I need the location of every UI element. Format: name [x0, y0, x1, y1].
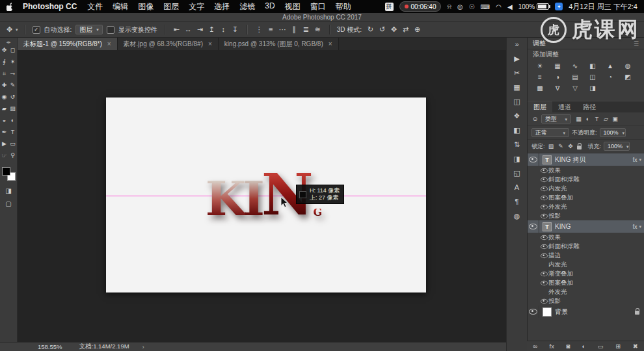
3d-drag-icon[interactable]: ✥ [389, 25, 399, 34]
layer-row[interactable]: 投影 ▾ [528, 296, 644, 306]
libraries-panel-icon[interactable]: ▶ [510, 55, 524, 63]
bell-icon[interactable]: ⍾ [447, 3, 451, 10]
visibility-toggle[interactable] [539, 287, 548, 296]
grid-panel-icon[interactable]: ▦ [510, 83, 524, 92]
visibility-toggle[interactable] [539, 251, 548, 260]
layer-row[interactable]: T KING 拷贝 fx ▾ [528, 153, 644, 166]
3d-roll-icon[interactable]: ↺ [377, 25, 387, 34]
clone-source-panel-icon[interactable]: ◍ [510, 212, 524, 220]
paragraph-panel-icon[interactable]: ¶ [510, 198, 524, 206]
color-balance-icon[interactable]: ≡ [532, 72, 548, 82]
threshold-icon[interactable]: ∇ [550, 83, 565, 93]
blend-mode-dropdown[interactable]: 正常 ▾ [531, 128, 569, 137]
visibility-toggle[interactable] [539, 242, 548, 251]
3d-scale-icon[interactable]: ⊕ [412, 25, 422, 34]
clone-stamp-tool[interactable]: ◉ [0, 93, 8, 101]
adjustments-panel-icon[interactable]: ◧ [510, 126, 524, 135]
display-icon[interactable]: ☉ [469, 3, 475, 10]
move-tool[interactable]: ✥ [0, 46, 8, 54]
swatches-panel-icon[interactable]: ◫ [510, 98, 524, 106]
gradient-tool[interactable]: ▨ [8, 105, 17, 112]
menu-item[interactable]: 图像 [138, 1, 154, 12]
input-method-icon[interactable]: 拼 [385, 3, 394, 11]
wifi-icon[interactable]: ◠ [496, 3, 502, 10]
menu-item[interactable]: 滤镜 [239, 1, 255, 12]
layer-thumbnail[interactable]: T [543, 155, 552, 164]
layer-row[interactable]: 背景 ▾ [528, 306, 644, 318]
align-vertical-centers-icon[interactable]: ↕ [219, 25, 228, 34]
gradient-map-icon[interactable]: ▽ [567, 83, 583, 93]
healing-brush-tool[interactable]: ✚ [0, 81, 8, 89]
eraser-tool[interactable]: ▰ [0, 105, 8, 112]
status-chevron-icon[interactable]: › [142, 343, 144, 350]
align-left-edges-icon[interactable]: ⇤ [172, 25, 181, 34]
layer-row[interactable]: 斜面和浮雕 ▾ [528, 175, 644, 184]
visibility-toggle[interactable] [539, 175, 548, 184]
visibility-toggle[interactable] [539, 202, 548, 211]
filter-shape-icon[interactable]: ▱ [602, 116, 610, 122]
crop-tool[interactable]: ⌗ [0, 70, 8, 77]
selective-color-icon[interactable]: ◨ [585, 83, 600, 93]
document-canvas[interactable]: KING H: 114 像素 上: 27 像素 [106, 98, 426, 292]
adjustment-layer-icon[interactable]: ◐ [582, 343, 586, 350]
visibility-toggle[interactable] [539, 296, 548, 306]
distribute-right-icon[interactable]: ≋ [313, 25, 323, 34]
toolbar-collapse-icon[interactable]: ◂▸ [6, 38, 10, 46]
marquee-tool[interactable]: ◻ [8, 46, 17, 54]
document-tab[interactable]: 未标题-1 @ 159%(RGB/8*) × [18, 38, 118, 50]
volume-icon[interactable]: ◀ [507, 3, 513, 10]
pen-tool[interactable]: ✒ [0, 128, 8, 136]
layer-filter-dropdown[interactable]: 类型 ▾ [541, 114, 571, 124]
fx-badge[interactable]: fx [632, 224, 637, 230]
distribute-vertical-icon[interactable]: ≡ [266, 25, 276, 34]
layer-row[interactable]: 效果 ▾ [528, 166, 644, 175]
siri-icon[interactable]: ◎ [457, 3, 463, 10]
close-icon[interactable]: × [329, 40, 332, 47]
filter-pixel-icon[interactable]: ▦ [575, 116, 582, 122]
apple-logo-icon[interactable] [7, 3, 14, 11]
filter-type-icon[interactable]: T [593, 116, 600, 122]
menu-item[interactable]: 文件 [87, 1, 103, 12]
layer-row[interactable]: 内发光 ▾ [528, 184, 644, 193]
current-tool-button[interactable]: ✥ ▾ [5, 25, 18, 34]
fill-field[interactable]: 100% ▾ [604, 142, 630, 151]
curves-icon[interactable]: ∿ [567, 61, 583, 71]
lasso-tool[interactable]: ∮ [0, 58, 8, 66]
filter-smart-icon[interactable]: ▣ [611, 116, 619, 122]
layer-mask-icon[interactable]: ◙ [566, 343, 570, 350]
menu-item[interactable]: 编辑 [113, 1, 128, 12]
type-tool[interactable]: T [8, 128, 17, 136]
eyedropper-tool[interactable]: ⊸ [8, 70, 17, 77]
shape-tool[interactable]: ▭ [8, 140, 17, 148]
layer-row[interactable]: 图案叠加 ▾ [528, 278, 644, 287]
align-horizontal-centers-icon[interactable]: ↔ [183, 25, 193, 34]
layer-row[interactable]: 外发光 ▾ [528, 287, 644, 296]
visibility-toggle[interactable] [539, 269, 548, 278]
show-transform-checkbox[interactable] [107, 26, 114, 34]
lock-all-icon[interactable] [577, 146, 582, 150]
layer-row[interactable]: 效果 ▾ [528, 233, 644, 242]
layer-row[interactable]: 内发光 ▾ [528, 260, 644, 269]
3d-slide-icon[interactable]: ⇄ [401, 25, 410, 34]
exposure-icon[interactable]: ◧ [585, 61, 600, 71]
recording-timer[interactable]: 00:06:40 [399, 1, 442, 12]
menu-item[interactable]: 文字 [189, 1, 204, 12]
zoom-level-field[interactable]: 158.55% [38, 343, 62, 350]
styles-panel-icon[interactable]: ❖ [510, 112, 524, 120]
visibility-toggle[interactable] [539, 184, 548, 193]
close-icon[interactable]: × [208, 40, 212, 47]
visibility-toggle[interactable] [539, 166, 548, 175]
layer-row[interactable]: 斜面和浮雕 ▾ [528, 242, 644, 251]
layer-row[interactable]: 渐变叠加 ▾ [528, 269, 644, 278]
gradients-panel-icon[interactable]: ◨ [510, 155, 524, 163]
hue-saturation-icon[interactable]: ◍ [620, 61, 636, 71]
brightness-contrast-icon[interactable]: ☀ [532, 61, 548, 71]
menu-item[interactable]: 窗口 [310, 1, 326, 12]
brush-tool[interactable]: ✎ [8, 81, 17, 89]
visibility-toggle[interactable] [539, 260, 548, 269]
screen-mode-icon[interactable]: ▢ [5, 200, 11, 207]
fx-collapse-icon[interactable]: ▾ [639, 157, 641, 162]
document-size-info[interactable]: 文档:1.14M/2.19M [79, 343, 129, 351]
filter-adjustment-icon[interactable]: ◐ [584, 116, 591, 122]
menu-clock[interactable]: 4月12日 周三 下午2:4 [569, 2, 637, 12]
